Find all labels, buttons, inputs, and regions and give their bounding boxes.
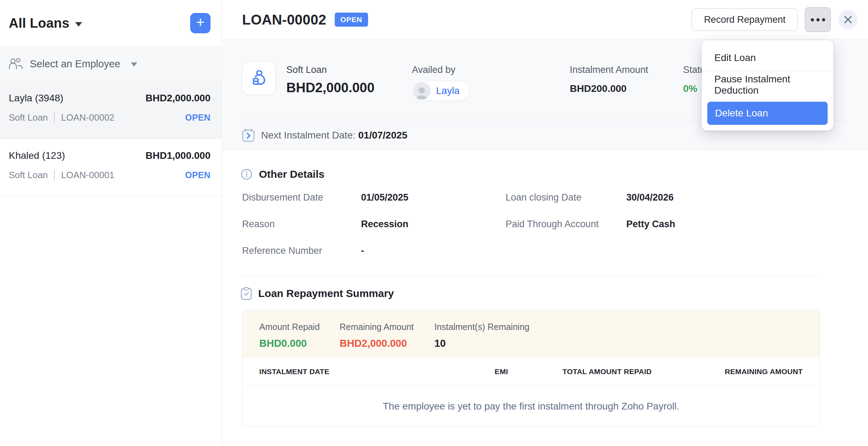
employee-filter-label: Select an Employee xyxy=(30,58,120,70)
plus-icon: + xyxy=(196,15,205,30)
detail-value: Recession xyxy=(361,219,408,230)
loan-icon-tile xyxy=(242,62,275,95)
instalments-remaining-value: 10 xyxy=(434,338,529,349)
clipboard-check-icon xyxy=(241,287,252,300)
instalment-amount-field: Instalment Amount BHD200.000 xyxy=(570,65,648,94)
loan-status-badge: OPEN xyxy=(185,113,211,123)
employee-filter[interactable]: Select an Employee xyxy=(0,47,222,81)
detail-value: Petty Cash xyxy=(626,219,675,230)
money-bag-icon xyxy=(249,69,268,88)
detail-label: Loan closing Date xyxy=(506,192,581,203)
loans-sidebar: All Loans + Select an Employee Layla (39… xyxy=(0,0,222,446)
sidebar-title: All Loans xyxy=(9,16,69,31)
repayment-table-empty-state: The employee is yet to pay the first ins… xyxy=(242,386,820,426)
remaining-amount-field: Remaining Amount BHD2,000.000 xyxy=(340,322,414,349)
divider xyxy=(242,276,820,276)
detail-value: 01/05/2025 xyxy=(361,192,408,203)
avatar xyxy=(412,81,431,100)
remaining-amount-value: BHD2,000.000 xyxy=(340,338,414,349)
close-icon xyxy=(843,15,853,24)
chevron-down-icon xyxy=(75,22,82,27)
instalments-remaining-field: Instalment(s) Remaining 10 xyxy=(434,322,529,349)
next-instalment-row: Next Instalment Date: 01/07/2025 xyxy=(242,128,407,142)
record-repayment-button[interactable]: Record Repayment xyxy=(692,8,798,31)
detail-value: 30/04/2026 xyxy=(626,192,674,203)
detail-label: Reference Number xyxy=(242,245,322,256)
loan-meta: Soft Loan LOAN-00001 xyxy=(9,170,114,181)
more-options-menu: Edit Loan Pause Instalment Deduction Del… xyxy=(702,40,833,130)
close-button[interactable] xyxy=(839,10,857,29)
loan-list-item[interactable]: Khaled (123) BHD1,000.000 Soft Loan LOAN… xyxy=(0,139,222,196)
loan-type-label: Soft Loan xyxy=(286,65,374,75)
add-loan-button[interactable]: + xyxy=(190,13,211,33)
detail-label: Disbursement Date xyxy=(242,192,323,203)
sidebar-header: All Loans + xyxy=(0,0,222,47)
dots-icon xyxy=(811,18,814,21)
menu-item-pause-instalment-deduction[interactable]: Pause Instalment Deduction xyxy=(702,72,833,98)
loan-status-badge: OPEN xyxy=(185,170,211,180)
detail-label: Reason xyxy=(242,219,275,230)
empty-state-message: The employee is yet to pay the first ins… xyxy=(383,401,679,412)
repayment-table-header: INSTALMENT DATE EMI TOTAL AMOUNT REPAID … xyxy=(242,358,820,386)
next-instalment-date: 01/07/2025 xyxy=(358,130,407,141)
menu-item-delete-loan[interactable]: Delete Loan xyxy=(707,102,828,125)
divider xyxy=(54,170,55,181)
loan-employee-name: Khaled (123) xyxy=(9,150,65,161)
loan-total-amount: BHD2,000.000 xyxy=(286,80,374,95)
employee-link[interactable]: Layla xyxy=(436,85,460,96)
repayment-summary-card: Amount Repaid BHD0.000 Remaining Amount … xyxy=(242,310,820,427)
loan-employee-name: Layla (3948) xyxy=(9,93,64,104)
instalment-amount-value: BHD200.000 xyxy=(570,83,648,94)
next-instalment-text: Next Instalment Date: 01/07/2025 xyxy=(261,130,407,141)
employee-chip[interactable]: Layla xyxy=(412,81,470,101)
loan-detail-header: LOAN-00002 OPEN Record Repayment xyxy=(222,0,868,40)
people-icon xyxy=(9,58,23,70)
info-icon xyxy=(241,168,253,180)
divider xyxy=(54,113,55,123)
amount-repaid-field: Amount Repaid BHD0.000 xyxy=(259,322,320,349)
menu-item-edit-loan[interactable]: Edit Loan xyxy=(702,45,833,71)
detail-value: - xyxy=(361,245,364,256)
column-header: INSTALMENT DATE xyxy=(259,367,455,376)
loan-meta: Soft Loan LOAN-00002 xyxy=(9,112,114,123)
loan-type-field: Soft Loan BHD2,000.000 xyxy=(286,65,374,95)
more-options-button[interactable] xyxy=(805,7,831,32)
repayment-totals-strip: Amount Repaid BHD0.000 Remaining Amount … xyxy=(242,311,820,358)
loans-page: All Loans + Select an Employee Layla (39… xyxy=(0,0,868,446)
amount-repaid-value: BHD0.000 xyxy=(259,338,320,349)
status-badge: OPEN xyxy=(335,13,368,27)
loan-amount: BHD1,000.000 xyxy=(146,150,211,161)
availed-by-field: Availed by Layla xyxy=(412,65,470,101)
chevron-down-icon xyxy=(131,62,137,67)
other-details-heading: Other Details xyxy=(241,168,325,180)
column-header: TOTAL AMOUNT REPAID xyxy=(508,367,652,376)
column-header: EMI xyxy=(455,367,508,376)
loan-list-item-selected[interactable]: Layla (3948) BHD2,000.000 Soft Loan LOAN… xyxy=(0,81,222,139)
loans-filter-dropdown[interactable]: All Loans xyxy=(9,16,82,31)
calendar-next-icon xyxy=(242,128,255,142)
page-title: LOAN-00002 xyxy=(242,12,326,28)
detail-label: Paid Through Account xyxy=(506,219,599,230)
loan-amount: BHD2,000.000 xyxy=(146,93,211,104)
repayment-summary-heading: Loan Repayment Summary xyxy=(241,287,394,300)
column-header: REMAINING AMOUNT xyxy=(652,367,803,376)
